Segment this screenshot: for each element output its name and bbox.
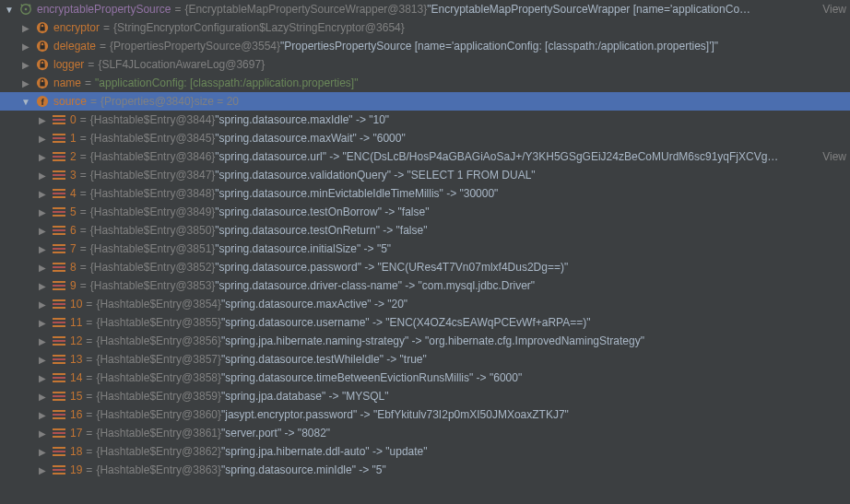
- tree-row-root[interactable]: ▼encryptablePropertySource = {Encryptabl…: [0, 0, 850, 18]
- view-link[interactable]: View: [817, 150, 846, 163]
- tree-row-entry[interactable]: ▶7 = {Hashtable$Entry@3851} "spring.data…: [0, 240, 850, 258]
- map-entry-icon: [52, 389, 66, 404]
- tree-row-field[interactable]: ▶encryptor = {StringEncryptorConfigurati…: [0, 18, 850, 37]
- expand-arrow-icon[interactable]: ▶: [37, 355, 48, 365]
- object-type: {Hashtable$Entry@3862}: [96, 445, 221, 458]
- entry-keyvalue: "spring.datasource.driver-class-name" ->…: [215, 279, 535, 292]
- entry-index: 18: [70, 445, 82, 458]
- entry-keyvalue: "spring.datasource.minIdle" -> "5": [221, 463, 386, 476]
- entry-index: 3: [70, 169, 77, 182]
- field-name: encryptor: [53, 21, 100, 34]
- entry-keyvalue: "spring.datasource.testOnBorrow" -> "fal…: [215, 205, 429, 218]
- tree-row-field[interactable]: ▶delegate = {PropertiesPropertySource@35…: [0, 37, 850, 55]
- entry-index: 9: [70, 279, 77, 292]
- tree-row-entry[interactable]: ▶13 = {Hashtable$Entry@3857} "spring.dat…: [0, 350, 850, 369]
- object-type: {Hashtable$Entry@3861}: [96, 427, 221, 440]
- object-type: {Hashtable$Entry@3850}: [90, 224, 216, 237]
- field-name: delegate: [53, 40, 96, 53]
- expand-arrow-icon[interactable]: ▶: [37, 392, 48, 402]
- tree-row-entry[interactable]: ▶19 = {Hashtable$Entry@3863} "spring.dat…: [0, 461, 850, 479]
- entry-index: 1: [70, 132, 77, 145]
- tree-row-entry[interactable]: ▶15 = {Hashtable$Entry@3859} "spring.jpa…: [0, 387, 850, 405]
- object-type: {Hashtable$Entry@3848}: [90, 187, 216, 200]
- entry-keyvalue: "spring.datasource.initialSize" -> "5": [215, 242, 391, 255]
- entry-index: 10: [70, 298, 82, 311]
- object-type: {Hashtable$Entry@3863}: [96, 463, 221, 476]
- tree-row-entry[interactable]: ▶16 = {Hashtable$Entry@3860} "jasypt.enc…: [0, 405, 850, 424]
- object-type: {EncryptableMapPropertySourceWrapper@381…: [184, 3, 427, 16]
- tree-row-entry[interactable]: ▶5 = {Hashtable$Entry@3849} "spring.data…: [0, 203, 850, 221]
- expand-arrow-icon[interactable]: ▶: [20, 23, 31, 33]
- tree-row-field[interactable]: ▶name = "applicationConfig: [classpath:/…: [0, 74, 850, 92]
- tree-row-entry[interactable]: ▶10 = {Hashtable$Entry@3854} "spring.dat…: [0, 295, 850, 313]
- expand-arrow-icon[interactable]: ▶: [37, 263, 48, 273]
- tree-row-entry[interactable]: ▶8 = {Hashtable$Entry@3852} "spring.data…: [0, 258, 850, 276]
- entry-index: 4: [70, 187, 77, 200]
- map-entry-icon: [52, 297, 66, 311]
- field-name: name: [53, 76, 81, 89]
- tree-row-entry[interactable]: ▶1 = {Hashtable$Entry@3845} "spring.data…: [0, 129, 850, 147]
- field-value: "applicationConfig: [classpath:/applicat…: [95, 76, 358, 89]
- expand-arrow-icon[interactable]: ▶: [37, 244, 48, 254]
- expand-arrow-icon[interactable]: ▶: [20, 78, 31, 88]
- map-entry-icon: [52, 241, 66, 256]
- expand-arrow-icon[interactable]: ▶: [20, 41, 31, 52]
- tree-row-field[interactable]: ▶logger = {SLF4JLocationAwareLog@3697}: [0, 55, 850, 74]
- expand-arrow-icon[interactable]: ▶: [37, 152, 48, 162]
- expand-arrow-icon[interactable]: ▶: [37, 373, 48, 383]
- tree-row-entry[interactable]: ▶14 = {Hashtable$Entry@3858} "spring.dat…: [0, 369, 850, 387]
- tree-row-entry[interactable]: ▶17 = {Hashtable$Entry@3861} "server.por…: [0, 424, 850, 442]
- entry-index: 17: [70, 427, 82, 440]
- object-type: {SLF4JLocationAwareLog@3697}: [98, 58, 265, 71]
- expand-arrow-icon[interactable]: ▶: [37, 299, 48, 310]
- expand-arrow-icon[interactable]: ▶: [37, 281, 48, 291]
- tree-row-entry[interactable]: ▶18 = {Hashtable$Entry@3862} "spring.jpa…: [0, 442, 850, 461]
- object-type: {Hashtable$Entry@3852}: [90, 261, 216, 274]
- entry-keyvalue: "spring.datasource.password" -> "ENC(URe…: [215, 261, 568, 274]
- entry-index: 14: [70, 371, 82, 384]
- object-type: {Hashtable$Entry@3859}: [96, 390, 221, 403]
- expand-arrow-icon[interactable]: ▶: [37, 226, 48, 236]
- entry-index: 12: [70, 334, 82, 347]
- map-entry-icon: [52, 186, 66, 201]
- expand-arrow-icon[interactable]: ▶: [37, 428, 48, 439]
- tree-row-entry[interactable]: ▶9 = {Hashtable$Entry@3853} "spring.data…: [0, 276, 850, 295]
- object-type: {Hashtable$Entry@3856}: [96, 334, 221, 347]
- tree-row-source[interactable]: ▼source = {Properties@3840} size = 20: [0, 92, 850, 111]
- tree-row-entry[interactable]: ▶2 = {Hashtable$Entry@3846} "spring.data…: [0, 147, 850, 166]
- object-type: {Hashtable$Entry@3857}: [96, 353, 221, 366]
- expand-arrow-icon[interactable]: ▶: [37, 447, 48, 457]
- map-entry-icon: [52, 426, 66, 440]
- expand-arrow-icon[interactable]: ▶: [20, 60, 31, 70]
- expand-arrow-icon[interactable]: ▶: [37, 134, 48, 144]
- expand-arrow-icon[interactable]: ▶: [37, 410, 48, 420]
- map-entry-icon: [52, 407, 66, 422]
- expand-arrow-icon[interactable]: ▶: [37, 336, 48, 346]
- collapse-arrow-icon[interactable]: ▼: [4, 5, 15, 15]
- object-type: {Hashtable$Entry@3851}: [90, 242, 216, 255]
- tree-row-entry[interactable]: ▶11 = {Hashtable$Entry@3855} "spring.dat…: [0, 313, 850, 332]
- tree-row-entry[interactable]: ▶3 = {Hashtable$Entry@3847} "spring.data…: [0, 166, 850, 184]
- tree-row-entry[interactable]: ▶0 = {Hashtable$Entry@3844} "spring.data…: [0, 111, 850, 129]
- object-type: {Hashtable$Entry@3845}: [90, 132, 216, 145]
- field-name: logger: [53, 58, 84, 71]
- view-link[interactable]: View: [817, 3, 846, 16]
- expand-arrow-icon[interactable]: ▶: [37, 115, 48, 125]
- tree-row-entry[interactable]: ▶4 = {Hashtable$Entry@3848} "spring.data…: [0, 184, 850, 203]
- tree-row-entry[interactable]: ▶12 = {Hashtable$Entry@3856} "spring.jpa…: [0, 332, 850, 350]
- expand-arrow-icon[interactable]: ▶: [37, 465, 48, 475]
- expand-arrow-icon[interactable]: ▶: [37, 318, 48, 328]
- entry-index: 0: [70, 113, 77, 126]
- object-value: "PropertiesPropertySource [name='applica…: [280, 40, 718, 53]
- entry-keyvalue: "spring.datasource.username" -> "ENC(X4O…: [221, 316, 591, 329]
- expand-arrow-icon[interactable]: ▶: [37, 207, 48, 217]
- tree-row-entry[interactable]: ▶6 = {Hashtable$Entry@3850} "spring.data…: [0, 221, 850, 240]
- watch-icon: [18, 2, 33, 17]
- entry-keyvalue: "spring.datasource.minEvictableIdleTimeM…: [215, 187, 498, 200]
- collapse-arrow-icon[interactable]: ▼: [20, 97, 31, 107]
- expand-arrow-icon[interactable]: ▶: [37, 189, 48, 199]
- entry-keyvalue: "server.port" -> "8082": [221, 427, 330, 440]
- map-entry-icon: [52, 223, 66, 238]
- expand-arrow-icon[interactable]: ▶: [37, 170, 48, 181]
- map-entry-icon: [52, 278, 66, 293]
